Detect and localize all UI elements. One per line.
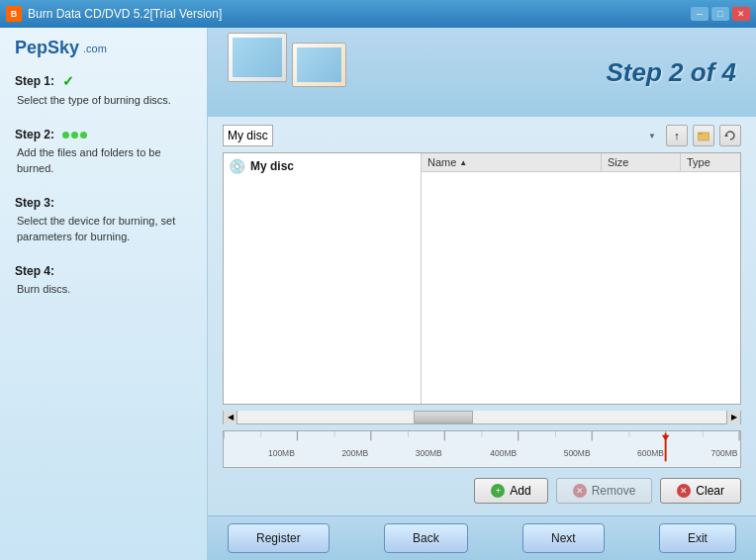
logo-area: PepSky.com (15, 38, 192, 58)
file-list-body[interactable] (422, 172, 740, 311)
disc-tree-icon: 💿 (229, 158, 245, 174)
scroll-right-button[interactable]: ▶ (726, 411, 740, 424)
header-images (228, 33, 346, 82)
progress-area: 100MB 200MB 300MB 400MB 500MB 600MB 700M… (223, 430, 741, 468)
new-folder-icon (698, 130, 709, 141)
dot-1 (62, 132, 69, 139)
step-1-item: Step 1: ✓ Select the type of burning dis… (15, 73, 192, 108)
logo-suffix: .com (83, 43, 107, 54)
title-bar-controls[interactable]: ─ □ ✕ (691, 7, 750, 21)
col-type-label: Type (687, 156, 710, 168)
clear-icon: ✕ (677, 484, 691, 498)
refresh-button[interactable] (719, 125, 741, 146)
tree-root-label: My disc (250, 159, 294, 173)
step-4-item: Step 4: Burn discs. (15, 264, 192, 297)
disc-selector-row: My disc ↑ (223, 125, 741, 146)
minimize-button[interactable]: ─ (691, 7, 709, 21)
remove-label: Remove (592, 484, 636, 498)
back-button[interactable]: Back (384, 523, 468, 553)
maximize-button[interactable]: □ (711, 7, 729, 21)
step-2-dots (62, 132, 87, 139)
dot-3 (80, 132, 87, 139)
panel-area: My disc ↑ (208, 117, 756, 515)
col-type-header[interactable]: Type (681, 153, 740, 171)
ruler-svg: 100MB 200MB 300MB 400MB 500MB 600MB 700M… (224, 431, 740, 467)
clear-button[interactable]: ✕ Clear (660, 478, 741, 504)
content-area: Step 2 of 4 My disc ↑ (208, 28, 756, 560)
step-2-header: Step 2: (15, 128, 192, 141)
logo-text: PepSky (15, 38, 79, 58)
step-3-header: Step 3: (15, 196, 192, 210)
app-icon: B (6, 6, 22, 22)
bottom-nav: Register Back Next Exit (208, 515, 756, 560)
step-4-label: Step 4: (15, 264, 54, 278)
header-image-2 (292, 43, 346, 92)
col-name-header[interactable]: Name ▲ (422, 153, 602, 171)
file-panels: 💿 My disc Name ▲ Size (223, 152, 741, 405)
add-icon: + (491, 484, 505, 498)
step-2-label: Step 2: (15, 128, 54, 141)
tree-root-item[interactable]: 💿 My disc (229, 158, 416, 174)
header-image-1 (228, 33, 287, 82)
content-header: Step 2 of 4 (208, 28, 756, 117)
remove-icon: ✕ (573, 484, 587, 498)
tree-panel[interactable]: 💿 My disc (224, 153, 422, 404)
window-title: Burn Data CD/DVD 5.2[Trial Version] (28, 7, 222, 21)
horizontal-scrollbar[interactable]: ◀ ▶ (223, 411, 741, 424)
step-3-item: Step 3: Select the device for burning, s… (15, 196, 192, 244)
new-folder-button[interactable] (693, 125, 714, 146)
svg-text:400MB: 400MB (490, 448, 517, 458)
svg-text:600MB: 600MB (637, 448, 664, 458)
col-size-header[interactable]: Size (602, 153, 681, 171)
svg-marker-19 (662, 435, 670, 441)
dot-2 (71, 132, 78, 139)
title-bar-left: B Burn Data CD/DVD 5.2[Trial Version] (6, 6, 222, 22)
svg-text:500MB: 500MB (564, 448, 591, 458)
svg-rect-1 (698, 133, 703, 135)
svg-text:300MB: 300MB (416, 448, 442, 458)
scroll-thumb[interactable] (414, 411, 473, 423)
svg-text:200MB: 200MB (341, 448, 368, 458)
header-image-disc (292, 43, 346, 87)
step-3-label: Step 3: (15, 196, 54, 210)
step-3-desc: Select the device for burning, set param… (15, 214, 192, 244)
svg-marker-2 (724, 134, 728, 137)
add-button[interactable]: + Add (474, 478, 547, 504)
step-1-desc: Select the type of burning discs. (15, 93, 192, 108)
file-list-header: Name ▲ Size Type (422, 153, 740, 172)
sidebar: PepSky.com Step 1: ✓ Select the type of … (0, 28, 208, 560)
svg-text:100MB: 100MB (268, 448, 295, 458)
action-buttons: + Add ✕ Remove ✕ Clear (223, 474, 741, 508)
step-4-desc: Burn discs. (15, 282, 192, 297)
folder-up-button[interactable]: ↑ (666, 125, 688, 146)
step-title: Step 2 of 4 (607, 57, 736, 88)
step-1-header: Step 1: ✓ (15, 73, 192, 89)
step-4-header: Step 4: (15, 264, 192, 278)
step-1-check: ✓ (62, 73, 74, 89)
remove-button[interactable]: ✕ Remove (556, 478, 653, 504)
file-list-panel[interactable]: Name ▲ Size Type (422, 153, 740, 404)
disc-select-wrapper[interactable]: My disc (223, 125, 661, 146)
col-size-label: Size (608, 156, 628, 168)
main-content: PepSky.com Step 1: ✓ Select the type of … (0, 28, 756, 560)
disc-select[interactable]: My disc (223, 125, 273, 146)
refresh-icon (724, 130, 736, 141)
add-label: Add (510, 484, 530, 498)
scroll-left-button[interactable]: ◀ (224, 411, 237, 424)
next-button[interactable]: Next (522, 523, 605, 553)
exit-button[interactable]: Exit (659, 523, 736, 553)
register-button[interactable]: Register (228, 523, 330, 553)
col-name-label: Name (427, 156, 456, 168)
title-bar: B Burn Data CD/DVD 5.2[Trial Version] ─ … (0, 0, 756, 28)
close-button[interactable]: ✕ (732, 7, 750, 21)
step-1-label: Step 1: (15, 74, 54, 88)
step-2-desc: Add the files and folders to be burned. (15, 145, 192, 176)
sort-icon: ▲ (459, 158, 467, 167)
svg-text:700MB: 700MB (711, 448, 738, 458)
clear-label: Clear (696, 484, 724, 498)
step-2-item: Step 2: Add the files and folders to be … (15, 128, 192, 176)
scroll-track[interactable] (237, 411, 740, 423)
